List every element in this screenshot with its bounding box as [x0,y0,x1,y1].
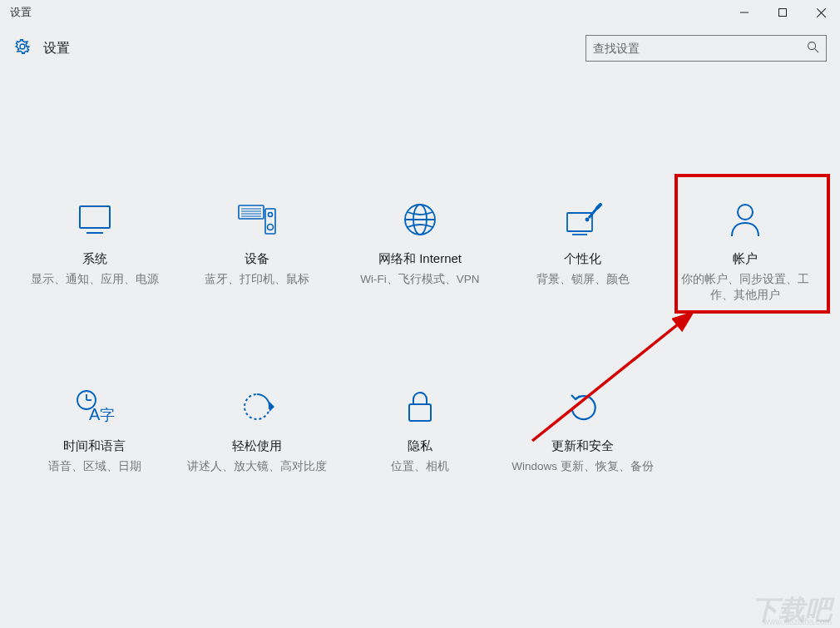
svg-marker-29 [269,402,274,412]
maximize-button[interactable] [763,0,802,25]
window-titlebar: 设置 [0,0,840,25]
tile-title: 设备 [245,251,269,267]
tile-accounts[interactable]: 帐户 你的帐户、同步设置、工作、其他用户 [664,200,827,304]
svg-text:A: A [89,405,101,423]
tile-desc: 你的帐户、同步设置、工作、其他用户 [670,272,820,304]
tile-title: 隐私 [408,438,432,454]
svg-point-23 [738,205,753,220]
tile-time-language[interactable]: A 字 时间和语言 语音、区域、日期 [13,387,176,475]
tile-title: 时间和语言 [63,438,126,454]
tile-title: 轻松使用 [232,438,282,454]
personalization-icon [564,200,602,240]
svg-rect-30 [409,404,431,421]
svg-point-5 [808,42,816,49]
tile-desc: Wi-Fi、飞行模式、VPN [360,272,479,288]
search-box[interactable] [586,35,827,62]
system-icon [77,200,113,240]
ease-of-access-icon [240,387,274,427]
tile-desc: 语音、区域、日期 [48,459,141,475]
svg-rect-1 [779,9,787,17]
svg-rect-9 [239,205,264,219]
time-language-icon: A 字 [75,387,115,427]
tile-system[interactable]: 系统 显示、通知、应用、电源 [13,200,176,304]
tile-privacy[interactable]: 隐私 位置、相机 [338,387,502,475]
tile-desc: Windows 更新、恢复、备份 [511,459,654,475]
tile-desc: 位置、相机 [391,459,449,475]
svg-point-16 [268,225,274,230]
svg-rect-20 [567,213,592,231]
window-title: 设置 [7,6,32,20]
tile-update-security[interactable]: 更新和安全 Windows 更新、恢复、备份 [502,387,665,475]
gear-icon [13,37,32,59]
tile-title: 更新和安全 [551,438,614,454]
tile-title: 网络和 Internet [378,251,462,267]
tile-desc: 显示、通知、应用、电源 [31,272,159,288]
tile-desc: 背景、锁屏、颜色 [536,272,630,288]
svg-line-6 [815,48,819,52]
tile-desc: 讲述人、放大镜、高对比度 [187,459,327,475]
lock-icon [406,387,434,427]
header: 设置 [0,25,840,83]
close-button[interactable] [802,0,840,25]
person-icon [729,200,762,240]
window-controls [725,0,840,25]
tile-title: 系统 [82,251,107,267]
tile-title: 个性化 [564,251,601,267]
tile-personalization[interactable]: 个性化 背景、锁屏、颜色 [502,200,665,304]
search-icon [807,41,819,57]
tile-network[interactable]: 网络和 Internet Wi-Fi、飞行模式、VPN [338,200,502,304]
svg-point-4 [20,44,25,49]
svg-rect-7 [80,206,110,228]
search-input[interactable] [593,42,807,55]
watermark-url: www.xiazaiba.com [763,617,832,626]
devices-icon [237,200,277,240]
tile-devices[interactable]: 设备 蓝牙、打印机、鼠标 [176,200,339,304]
svg-point-15 [269,213,273,217]
tile-ease-of-access[interactable]: 轻松使用 讲述人、放大镜、高对比度 [176,387,339,475]
tile-desc: 蓝牙、打印机、鼠标 [205,272,309,288]
page-title: 设置 [43,40,70,57]
svg-point-22 [586,219,588,221]
tile-title: 帐户 [733,251,758,267]
settings-grid: 系统 显示、通知、应用、电源 设备 蓝牙、打印机、鼠标 [0,83,840,475]
update-icon [566,387,600,427]
minimize-button[interactable] [725,0,763,25]
globe-icon [403,200,437,240]
svg-text:字: 字 [100,407,115,423]
